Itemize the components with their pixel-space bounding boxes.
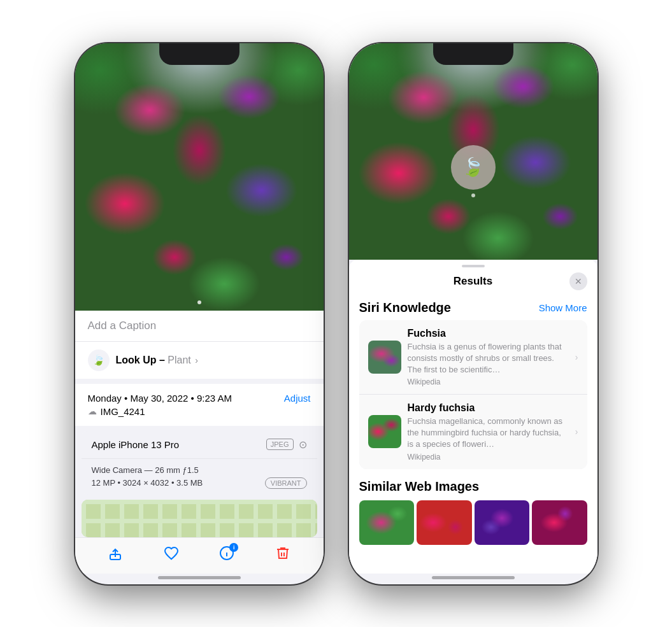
siri-knowledge-card: Fuchsia Fuchsia is a genus of flowering … [359, 320, 587, 469]
fuchsia-chevron-icon: › [575, 352, 578, 362]
hardy-fuchsia-title: Hardy fuchsia [408, 402, 569, 414]
map-visual [82, 500, 317, 537]
style-badge: VIBRANT [265, 477, 307, 489]
similar-image-2[interactable] [417, 500, 472, 545]
similar-web-images-section: Similar Web Images [359, 479, 587, 545]
left-phone-screen: Add a Caption 🍃 Look Up – Plant › Monday… [75, 43, 324, 584]
device-section: Apple iPhone 13 Pro JPEG ⊙ Wide Camera —… [82, 431, 317, 495]
camera-specs-row: Wide Camera — 26 mm ƒ1.5 12 MP • 3024 × … [82, 459, 317, 495]
phone-notch-right [433, 43, 513, 65]
close-button[interactable]: ✕ [569, 272, 587, 290]
adjust-button[interactable]: Adjust [284, 393, 311, 404]
favorite-button[interactable] [164, 546, 179, 561]
photo-area[interactable] [75, 43, 324, 311]
hardy-fuchsia-description: Fuchsia magellanica, commonly known as t… [408, 416, 569, 451]
sheet-header: Results ✕ [349, 267, 597, 295]
sheet-title: Results [454, 275, 492, 288]
siri-visual-indicator: 🍃 [451, 145, 496, 190]
camera-settings-icon[interactable]: ⊙ [299, 439, 307, 451]
share-button[interactable] [108, 546, 123, 561]
filename-row: ☁ IMG_4241 [88, 406, 311, 417]
home-indicator-right [432, 576, 515, 579]
resolution-spec: 12 MP • 3024 × 4032 • 3.5 MB VIBRANT [92, 477, 307, 489]
page-indicator [197, 300, 201, 304]
right-phone: 🍃 Results ✕ Siri Knowledge Sho [349, 43, 597, 584]
info-badge: i [229, 543, 238, 552]
results-photo-area[interactable]: 🍃 [349, 43, 597, 260]
bottom-toolbar: i [75, 537, 324, 574]
hardy-fuchsia-thumbnail [368, 415, 401, 448]
results-sheet: Results ✕ Siri Knowledge Show More [349, 260, 597, 574]
caption-area[interactable]: Add a Caption [75, 311, 324, 341]
device-row: Apple iPhone 13 Pro JPEG ⊙ [82, 431, 317, 459]
fuchsia-source: Wikipedia [408, 377, 569, 386]
fuchsia-info: Fuchsia Fuchsia is a genus of flowering … [401, 328, 575, 387]
photo-metadata-section: Monday • May 30, 2022 • 9:23 AM Adjust ☁… [75, 384, 324, 426]
similar-image-1[interactable] [359, 500, 415, 545]
siri-knowledge-header: Siri Knowledge Show More [359, 300, 587, 315]
fuchsia-title: Fuchsia [408, 328, 569, 339]
hardy-fuchsia-result-item[interactable]: Hardy fuchsia Fuchsia magellanica, commo… [359, 395, 587, 469]
hardy-fuchsia-source: Wikipedia [408, 453, 569, 461]
device-name: Apple iPhone 13 Pro [92, 439, 180, 450]
date-row: Monday • May 30, 2022 • 9:23 AM Adjust [88, 393, 311, 404]
lookup-row[interactable]: 🍃 Look Up – Plant › [75, 341, 324, 379]
map-area[interactable] [82, 500, 317, 537]
cloud-icon: ☁ [88, 406, 97, 416]
fuchsia-result-item[interactable]: Fuchsia Fuchsia is a genus of flowering … [359, 320, 587, 395]
siri-dot [471, 194, 475, 197]
lens-spec: Wide Camera — 26 mm ƒ1.5 [92, 465, 307, 475]
hardy-fuchsia-thumb-image [368, 415, 401, 448]
fuchsia-thumb-image [368, 341, 401, 374]
photo-date: Monday • May 30, 2022 • 9:23 AM [88, 393, 232, 404]
delete-button[interactable] [275, 546, 290, 561]
similar-image-3[interactable] [475, 500, 530, 545]
flower-background [75, 43, 324, 311]
similar-images-grid [359, 500, 587, 545]
lookup-icon: 🍃 [88, 349, 110, 371]
format-badge: JPEG [266, 439, 294, 450]
lookup-chevron-icon: › [195, 355, 198, 365]
lookup-label: Look Up – Plant › [116, 355, 198, 366]
caption-placeholder[interactable]: Add a Caption [88, 320, 157, 332]
flower-image [75, 43, 324, 311]
format-badges: JPEG ⊙ [266, 439, 307, 451]
left-phone: Add a Caption 🍃 Look Up – Plant › Monday… [75, 43, 324, 584]
similar-images-title: Similar Web Images [359, 479, 587, 494]
photo-details-area: Add a Caption 🍃 Look Up – Plant › Monday… [75, 311, 324, 537]
info-button[interactable]: i [219, 546, 234, 561]
phone-notch [159, 43, 239, 65]
siri-leaf-icon: 🍃 [462, 157, 484, 178]
fuchsia-thumbnail [368, 341, 401, 374]
filename-text: IMG_4241 [101, 406, 145, 417]
right-phone-screen: 🍃 Results ✕ Siri Knowledge Sho [349, 43, 597, 584]
fuchsia-description: Fuchsia is a genus of flowering plants t… [408, 341, 569, 376]
hardy-fuchsia-chevron-icon: › [575, 426, 578, 437]
results-panel: 🍃 Results ✕ Siri Knowledge Sho [349, 43, 597, 574]
hardy-fuchsia-info: Hardy fuchsia Fuchsia magellanica, commo… [401, 402, 575, 461]
home-indicator [158, 576, 241, 579]
similar-image-4[interactable] [532, 500, 587, 545]
siri-knowledge-title: Siri Knowledge [359, 300, 451, 315]
sheet-content[interactable]: Siri Knowledge Show More Fuchsia Fuchsia… [349, 295, 597, 574]
show-more-button[interactable]: Show More [539, 302, 587, 313]
